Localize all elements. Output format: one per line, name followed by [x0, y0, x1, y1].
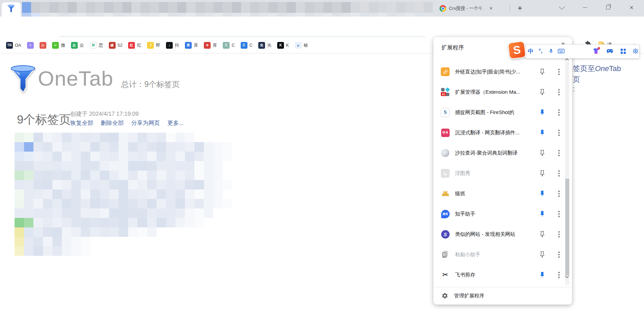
more-options-kebab-icon[interactable]	[556, 69, 562, 75]
more-options-kebab-icon[interactable]	[556, 251, 562, 258]
scrollbar-thumb[interactable]	[565, 179, 569, 275]
bookmark-item[interactable]: CC	[241, 42, 253, 49]
pin-filled-icon[interactable]	[538, 210, 546, 217]
tab-title: Crx搜搜 - 一个牛...	[449, 5, 487, 12]
paste-doc-icon	[441, 250, 450, 259]
bookmark-favicon: J	[147, 42, 154, 49]
bookmark-favicon: C	[223, 42, 230, 49]
image-icon	[441, 169, 450, 178]
bookmark-item[interactable]: ••微	[52, 42, 65, 49]
chinese-mode-icon[interactable]: 中	[526, 45, 535, 58]
link-icon	[441, 67, 450, 76]
more-options-kebab-icon[interactable]	[556, 150, 562, 156]
keyboard-icon[interactable]	[557, 45, 566, 58]
group-action-link[interactable]: 分享为网页	[131, 119, 160, 127]
immersive-translate-icon: 中A	[441, 128, 450, 137]
bookmark-item[interactable]: M思	[90, 42, 103, 49]
bookmark-item[interactable]: ≡	[27, 42, 34, 49]
extension-label: 猫抓	[455, 191, 538, 197]
more-options-kebab-icon[interactable]	[556, 89, 562, 95]
bookmark-item[interactable]: 光光	[258, 42, 271, 49]
extension-item[interactable]: 粘贴小助手	[433, 244, 572, 265]
extension-label: 飞书剪存	[455, 272, 538, 278]
restore-button[interactable]	[600, 0, 616, 15]
extension-item[interactable]: 沙拉查词-聚合词典划词翻译	[433, 143, 572, 163]
pin-outline-icon[interactable]	[538, 231, 546, 238]
pin-filled-icon[interactable]	[538, 190, 546, 197]
bookmark-item[interactable]: J即	[147, 42, 160, 49]
extension-list: 外链直达|知乎|掘金|简书|少... 21扩展管理器（Extension Ma.…	[433, 62, 572, 285]
pin-filled-icon[interactable]	[538, 129, 546, 136]
bookmark-favicon: ▲	[295, 42, 302, 49]
bookmark-item[interactable]: ▲秘	[295, 42, 308, 49]
bookmark-item[interactable]: 库库	[185, 42, 198, 49]
more-options-kebab-icon[interactable]	[556, 191, 562, 197]
pin-filled-icon[interactable]	[538, 271, 546, 278]
bookmark-item[interactable]: 众众	[71, 42, 84, 49]
microphone-icon[interactable]	[547, 45, 555, 58]
chrome-favicon	[439, 5, 446, 12]
tab-crx[interactable]: Crx搜搜 - 一个牛... ×	[439, 4, 502, 13]
extension-item[interactable]: 浮图秀	[433, 163, 572, 183]
more-options-kebab-icon[interactable]	[556, 272, 562, 278]
tab-group-created: 创建于 2024/4/17 17:19:09	[70, 110, 139, 118]
more-options-kebab-icon[interactable]	[556, 109, 562, 116]
new-tab-button[interactable]: +	[515, 3, 525, 14]
group-action-link[interactable]: 删除全部	[101, 119, 124, 127]
gamepad-icon[interactable]	[605, 45, 614, 58]
extension-item[interactable]: ✂飞书剪存	[433, 265, 572, 285]
minimize-icon	[583, 7, 587, 8]
group-action-link[interactable]: 恢复全部	[70, 119, 93, 127]
group-action-link[interactable]: 更多...	[167, 119, 184, 127]
bookmark-item[interactable]: CC	[223, 42, 235, 49]
background-text-line3: :	[573, 85, 575, 93]
minimize-button[interactable]	[577, 0, 593, 15]
pin-filled-icon[interactable]	[538, 109, 546, 116]
scroll-down-icon[interactable]	[565, 273, 569, 280]
skin-shirt-icon[interactable]	[592, 45, 601, 58]
bookmark-label: 红	[137, 42, 141, 48]
extension-item[interactable]: 21扩展管理器（Extension Ma...	[433, 82, 572, 102]
tab-close-icon[interactable]: ×	[490, 6, 493, 11]
pin-outline-icon[interactable]	[538, 251, 546, 258]
bookmark-item[interactable]: 红红	[128, 42, 141, 49]
more-options-kebab-icon[interactable]	[556, 231, 562, 238]
punctuation-icon[interactable]: °,	[536, 45, 545, 58]
fireshot-icon: S	[441, 108, 450, 117]
bookmark-item[interactable]: TROA	[6, 42, 21, 49]
extensions-popup: 扩展程序 × 外链直达|知乎|掘金|简书|少... 21扩展管理器（Extens…	[433, 37, 572, 305]
pin-outline-icon[interactable]	[538, 89, 546, 95]
window-close-button[interactable]: ×	[624, 0, 639, 15]
more-options-kebab-icon[interactable]	[556, 211, 562, 217]
extension-item[interactable]: S类似的网站 - 发现相关网站	[433, 224, 572, 244]
bookmark-label: 秘	[304, 42, 308, 48]
wheel-icon[interactable]	[631, 45, 640, 58]
bookmark-item[interactable]: ♪抖	[166, 42, 179, 49]
extension-item[interactable]: S捕捉网页截图 - FireShot的	[433, 102, 572, 122]
extension-item[interactable]: 滴答知乎助手	[433, 204, 572, 224]
extension-item[interactable]: 中A沉浸式翻译 - 网页翻译插件...	[433, 122, 572, 143]
pin-outline-icon[interactable]	[538, 68, 546, 75]
onetab-logo-icon	[9, 64, 37, 95]
bookmark-item[interactable]: 破52	[109, 42, 122, 49]
extension-item[interactable]: 猫抓	[433, 183, 572, 204]
pin-outline-icon[interactable]	[538, 170, 546, 177]
apps-blocks-icon[interactable]	[619, 45, 627, 58]
more-options-kebab-icon[interactable]	[556, 130, 562, 136]
manage-extensions-button[interactable]: 管理扩展程序	[433, 287, 572, 304]
bookmark-item[interactable]: ◎	[40, 42, 46, 49]
tab-search-button[interactable]	[553, 0, 569, 15]
extension-label: 捕捉网页截图 - FireShot的	[455, 109, 538, 116]
bookmark-item[interactable]: ❖库	[204, 42, 217, 49]
extension-item[interactable]: 外链直达|知乎|掘金|简书|少...	[433, 62, 572, 82]
extension-label: 沙拉查词-聚合词典划词翻译	[455, 150, 538, 156]
pin-outline-icon[interactable]	[538, 150, 546, 156]
more-options-kebab-icon[interactable]	[556, 170, 562, 177]
sogou-logo[interactable]: S	[507, 41, 526, 60]
tab-onetab-pinned[interactable]	[2, 2, 21, 17]
bookmark-item[interactable]: KK	[277, 42, 289, 49]
feishu-scissors-icon: ✂	[441, 270, 450, 279]
bookmark-label: 52	[118, 43, 122, 48]
cat-grab-icon	[441, 189, 450, 198]
bookmark-label: 思	[99, 42, 103, 48]
